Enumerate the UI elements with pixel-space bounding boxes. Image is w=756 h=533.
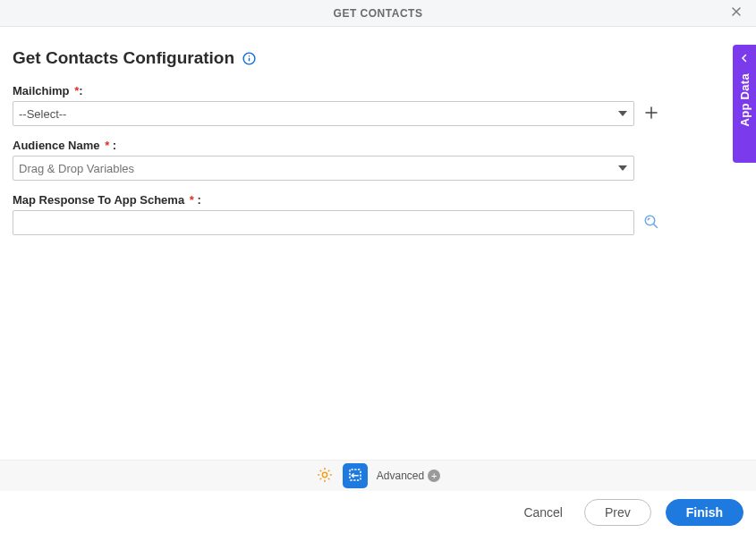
audience-select-wrap xyxy=(13,156,634,181)
map-response-input-wrap xyxy=(13,210,634,235)
mailchimp-label-text: Mailchimp xyxy=(13,84,70,97)
svg-point-9 xyxy=(645,216,655,225)
advanced-toggle[interactable]: Advanced + xyxy=(377,470,440,482)
colon: : xyxy=(109,139,116,152)
schema-lookup-button[interactable] xyxy=(641,213,661,233)
app-data-label: App Data xyxy=(738,73,752,126)
required-marker: * xyxy=(72,84,80,97)
finish-button[interactable]: Finish xyxy=(666,499,743,526)
close-button[interactable] xyxy=(727,4,745,22)
audience-field: Audience Name * : xyxy=(13,139,743,181)
svg-point-11 xyxy=(322,472,327,477)
gear-icon xyxy=(316,466,334,486)
close-icon xyxy=(729,4,743,21)
map-response-label-text: Map Response To App Schema xyxy=(13,193,184,207)
mailchimp-field: Mailchimp *: xyxy=(13,84,743,126)
app-data-panel-toggle[interactable]: App Data xyxy=(733,45,756,163)
info-icon[interactable] xyxy=(242,51,257,66)
svg-line-10 xyxy=(654,224,658,227)
map-response-label: Map Response To App Schema * : xyxy=(13,193,743,207)
page-title: Get Contacts Configuration xyxy=(13,48,234,68)
plus-circle-icon: + xyxy=(428,470,440,482)
prev-button[interactable]: Prev xyxy=(584,499,651,526)
mailchimp-select-wrap xyxy=(13,101,634,126)
colon: : xyxy=(194,193,201,207)
map-response-input[interactable] xyxy=(13,210,634,235)
mailchimp-label: Mailchimp *: xyxy=(13,84,743,97)
add-button[interactable] xyxy=(641,104,661,123)
chevron-left-icon xyxy=(739,52,750,66)
dialog-content: Get Contacts Configuration Mailchimp *: xyxy=(0,27,756,235)
svg-point-4 xyxy=(249,55,250,55)
required-marker: * xyxy=(186,193,194,207)
audience-label-text: Audience Name xyxy=(13,139,100,152)
advanced-label-text: Advanced xyxy=(377,470,424,482)
settings-button[interactable] xyxy=(316,466,334,486)
arrange-button[interactable] xyxy=(343,463,368,488)
dialog-title: GET CONTACTS xyxy=(334,7,423,20)
audience-input[interactable] xyxy=(13,156,634,181)
action-footer: Cancel Prev Finish xyxy=(0,491,756,533)
dialog-header: GET CONTACTS xyxy=(0,0,756,27)
mailchimp-select[interactable] xyxy=(13,101,634,126)
colon: : xyxy=(79,84,82,97)
audience-label: Audience Name * : xyxy=(13,139,743,152)
magnify-icon xyxy=(643,214,659,233)
cancel-button[interactable]: Cancel xyxy=(516,500,570,525)
arrange-icon xyxy=(347,467,363,486)
plus-icon xyxy=(643,105,659,123)
map-response-field: Map Response To App Schema * : xyxy=(13,193,743,235)
page-heading-row: Get Contacts Configuration xyxy=(13,48,743,68)
required-marker: * xyxy=(102,139,110,152)
toolbar-footer: Advanced + xyxy=(0,460,756,491)
